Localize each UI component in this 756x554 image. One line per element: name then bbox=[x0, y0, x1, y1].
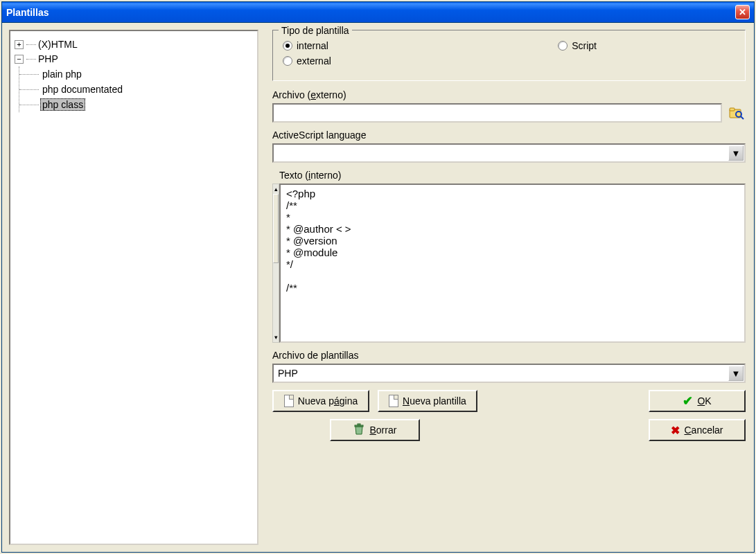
borrar-button[interactable]: Borrar bbox=[330, 419, 420, 441]
form-panel: Tipo de plantilla internal Script bbox=[258, 23, 754, 552]
template-tree: + (X)HTML − PHP plain php php bbox=[10, 31, 257, 118]
tree-node-plain-php[interactable]: plain php bbox=[19, 66, 253, 82]
tree-connector bbox=[26, 59, 36, 60]
radio-label: internal bbox=[297, 40, 328, 51]
radio-script[interactable]: Script bbox=[558, 40, 597, 51]
archivo-plantillas-combo[interactable]: PHP ▼ bbox=[272, 364, 746, 383]
archivo-externo-label: Archivo (externo) bbox=[272, 89, 746, 100]
svg-rect-1 bbox=[730, 108, 735, 111]
expand-icon[interactable]: + bbox=[15, 40, 24, 49]
tree-connector bbox=[19, 66, 40, 82]
activescript-combo[interactable]: ▼ bbox=[272, 143, 746, 163]
archivo-plantillas-label: Archivo de plantillas bbox=[272, 350, 746, 361]
group-legend: Tipo de plantilla bbox=[279, 25, 352, 36]
tree-label[interactable]: php class bbox=[40, 98, 85, 111]
radio-icon bbox=[283, 41, 292, 51]
dialog-content: + (X)HTML − PHP plain php php bbox=[2, 23, 754, 552]
radio-icon bbox=[558, 41, 568, 51]
tree-children-php: plain php php documentated php class bbox=[19, 66, 253, 112]
search-folder-icon bbox=[729, 106, 744, 120]
radio-row-2: external bbox=[283, 55, 735, 66]
radio-icon bbox=[283, 56, 292, 66]
tree-node-php-class[interactable]: php class bbox=[19, 97, 253, 112]
button-label: Cancelar bbox=[684, 425, 723, 436]
radio-label: external bbox=[297, 55, 331, 66]
titlebar-text: Plantillas bbox=[6, 7, 49, 18]
archivo-externo-input[interactable] bbox=[272, 103, 722, 123]
svg-line-3 bbox=[741, 116, 744, 119]
button-label: Borrar bbox=[369, 425, 396, 436]
page-icon bbox=[284, 395, 294, 407]
texto-interno-textarea[interactable]: <?php /** * * @author < > * @version * @… bbox=[279, 184, 746, 343]
tree-node-php[interactable]: − PHP bbox=[15, 52, 253, 66]
page-icon bbox=[389, 395, 398, 407]
templates-dialog: Plantillas ✕ + (X)HTML − PHP bbox=[1, 1, 755, 553]
browse-button[interactable] bbox=[728, 104, 746, 122]
combo-value: PHP bbox=[278, 368, 298, 379]
archivo-externo-row bbox=[272, 103, 746, 123]
button-label: Nueva plantilla bbox=[403, 395, 466, 406]
tree-node-php-documentated[interactable]: php documentated bbox=[19, 82, 253, 97]
template-type-group: Tipo de plantilla internal Script bbox=[272, 30, 746, 81]
scroll-thumb[interactable] bbox=[273, 194, 279, 263]
close-button[interactable]: ✕ bbox=[735, 5, 750, 19]
left-scrollbar[interactable]: ▴ ▾ bbox=[272, 184, 279, 343]
cross-icon: ✖ bbox=[671, 424, 680, 437]
button-label: Nueva página bbox=[298, 395, 358, 406]
chevron-down-icon[interactable]: ▼ bbox=[728, 145, 744, 161]
nueva-plantilla-button[interactable]: Nueva plantilla bbox=[378, 390, 477, 412]
radio-external[interactable]: external bbox=[283, 55, 331, 66]
titlebar[interactable]: Plantillas ✕ bbox=[2, 2, 754, 23]
scroll-down-icon[interactable]: ▾ bbox=[274, 334, 278, 341]
button-bar-left: Nueva página Nueva plantilla bbox=[272, 390, 477, 441]
scroll-up-icon[interactable]: ▴ bbox=[274, 186, 278, 193]
tree-label[interactable]: php documentated bbox=[40, 83, 125, 96]
activescript-label: ActiveScript language bbox=[272, 129, 746, 141]
trash-icon bbox=[353, 423, 365, 438]
tree-connector bbox=[26, 44, 36, 45]
tree-node-xhtml[interactable]: + (X)HTML bbox=[15, 37, 253, 51]
button-label: OK bbox=[697, 395, 711, 406]
tree-connector bbox=[19, 97, 40, 112]
button-bar-right: ✔ OK ✖ Cancelar bbox=[649, 390, 746, 441]
chevron-down-icon[interactable]: ▼ bbox=[728, 366, 744, 381]
button-bar: Nueva página Nueva plantilla bbox=[272, 390, 746, 441]
svg-rect-5 bbox=[358, 424, 360, 425]
check-icon: ✔ bbox=[683, 393, 693, 409]
radio-label: Script bbox=[572, 40, 597, 51]
texto-interno-row: ▴ ▾ Texto (interno) <?php /** * * @autho… bbox=[272, 170, 746, 343]
tree-label[interactable]: (X)HTML bbox=[36, 38, 80, 51]
nueva-pagina-button[interactable]: Nueva página bbox=[272, 390, 369, 412]
tree-label[interactable]: plain php bbox=[40, 68, 84, 80]
radio-internal[interactable]: internal bbox=[283, 40, 328, 51]
cancelar-button[interactable]: ✖ Cancelar bbox=[649, 419, 746, 441]
radio-row-1: internal Script bbox=[283, 40, 735, 51]
close-icon: ✕ bbox=[739, 7, 746, 17]
template-tree-panel: + (X)HTML − PHP plain php php bbox=[9, 30, 258, 545]
collapse-icon[interactable]: − bbox=[15, 55, 24, 64]
ok-button[interactable]: ✔ OK bbox=[649, 390, 746, 412]
texto-interno-label: Texto (interno) bbox=[279, 170, 746, 181]
tree-label[interactable]: PHP bbox=[36, 53, 60, 65]
tree-connector bbox=[19, 82, 40, 97]
